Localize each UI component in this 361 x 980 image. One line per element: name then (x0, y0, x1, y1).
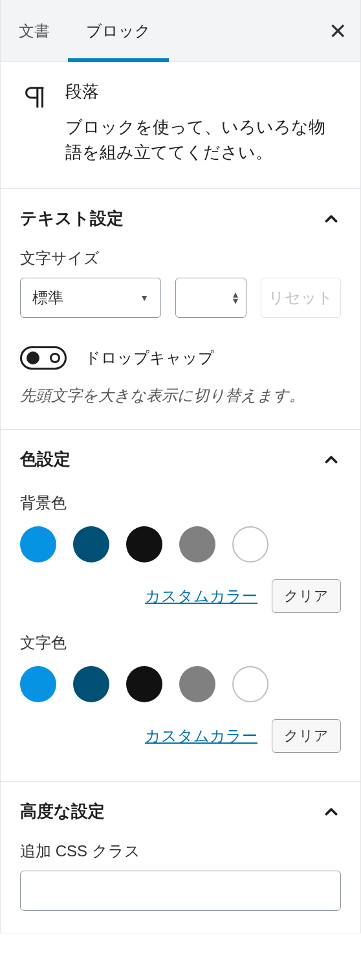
swatch-gray[interactable] (179, 526, 215, 562)
text-custom-color-link[interactable]: カスタムカラー (145, 722, 257, 750)
swatch-vivid-cyan-blue[interactable] (20, 666, 56, 702)
paragraph-icon (20, 83, 50, 113)
font-size-row: 標準 ▼ ▴▾ リセット (20, 278, 341, 318)
tab-document[interactable]: 文書 (1, 0, 68, 61)
bg-clear-button[interactable]: クリア (272, 579, 341, 613)
section-advanced-body: 追加 CSS クラス (1, 841, 360, 933)
text-color-actions: カスタムカラー クリア (20, 719, 341, 753)
section-text-settings: テキスト設定 文字サイズ 標準 ▼ ▴▾ リセット (1, 189, 360, 430)
block-title: 段落 (65, 80, 341, 103)
font-size-select[interactable]: 標準 ▼ (20, 278, 161, 318)
close-button[interactable]: ✕ (315, 0, 360, 61)
text-color-label: 文字色 (20, 632, 341, 653)
swatch-white[interactable] (232, 666, 268, 702)
section-advanced-heading: 高度な設定 (20, 800, 105, 823)
swatch-black[interactable] (126, 666, 162, 702)
bg-color-label: 背景色 (20, 493, 341, 513)
dropcap-label: ドロップキャップ (85, 348, 214, 368)
font-size-number-input[interactable]: ▴▾ (175, 278, 246, 318)
bg-color-actions: カスタムカラー クリア (20, 579, 341, 613)
bg-clear-label: クリア (284, 588, 329, 604)
toggle-ring (50, 353, 60, 363)
section-advanced-toggle[interactable]: 高度な設定 (1, 782, 360, 841)
block-inspector-panel: 文書 ブロック ✕ 段落 ブロックを使って、いろいろな物語を組み立ててください。… (0, 0, 361, 933)
bg-swatches (20, 526, 341, 562)
section-color-settings: 色設定 背景色 カスタムカラー クリア 文字色 (1, 430, 360, 782)
chevron-up-icon (322, 450, 341, 469)
section-advanced: 高度な設定 追加 CSS クラス (1, 782, 360, 933)
dropcap-toggle[interactable] (20, 346, 67, 370)
section-color-body: 背景色 カスタムカラー クリア 文字色 (1, 493, 360, 781)
swatch-white[interactable] (232, 526, 268, 562)
chevron-down-icon: ▼ (140, 293, 149, 303)
chevron-up-icon (322, 802, 341, 821)
font-size-label: 文字サイズ (20, 248, 341, 269)
dropcap-row: ドロップキャップ (20, 346, 341, 370)
swatch-dark-cyan[interactable] (73, 666, 109, 702)
swatch-gray[interactable] (179, 666, 215, 702)
close-icon: ✕ (329, 18, 347, 44)
inspector-tabs: 文書 ブロック ✕ (1, 0, 360, 62)
font-size-value: 標準 (32, 287, 63, 308)
tab-document-label: 文書 (19, 21, 50, 41)
section-text-body: 文字サイズ 標準 ▼ ▴▾ リセット ドロップキャップ (1, 248, 360, 429)
section-color-heading: 色設定 (20, 448, 71, 471)
css-class-input[interactable] (20, 871, 341, 911)
chevron-up-icon (322, 209, 341, 228)
bg-custom-color-link[interactable]: カスタムカラー (145, 582, 257, 610)
font-size-reset-button[interactable]: リセット (261, 278, 341, 318)
block-description: ブロックを使って、いろいろな物語を組み立ててください。 (65, 115, 341, 165)
tab-block-label: ブロック (86, 21, 151, 41)
css-class-label: 追加 CSS クラス (20, 841, 341, 862)
text-clear-label: クリア (284, 728, 329, 744)
swatch-black[interactable] (126, 526, 162, 562)
text-clear-button[interactable]: クリア (272, 719, 341, 753)
section-text-toggle[interactable]: テキスト設定 (1, 189, 360, 248)
spinner-icon: ▴▾ (233, 291, 238, 304)
toggle-knob (27, 351, 39, 364)
reset-label: リセット (268, 287, 333, 308)
swatch-dark-cyan[interactable] (73, 526, 109, 562)
text-swatches (20, 666, 341, 702)
swatch-vivid-cyan-blue[interactable] (20, 526, 56, 562)
section-color-toggle[interactable]: 色設定 (1, 430, 360, 489)
tab-block[interactable]: ブロック (68, 0, 169, 61)
block-card-text: 段落 ブロックを使って、いろいろな物語を組み立ててください。 (65, 80, 341, 165)
block-card: 段落 ブロックを使って、いろいろな物語を組み立ててください。 (1, 62, 360, 189)
dropcap-hint: 先頭文字を大きな表示に切り替えます。 (20, 384, 341, 407)
section-text-heading: テキスト設定 (20, 207, 124, 230)
